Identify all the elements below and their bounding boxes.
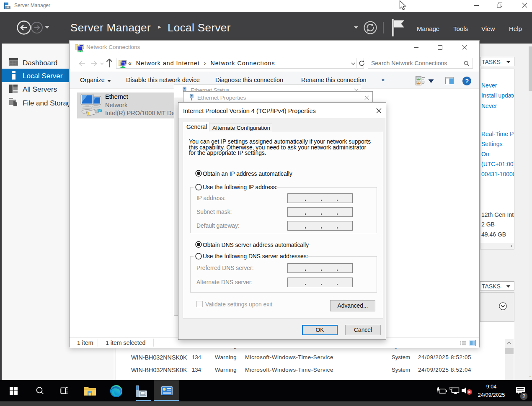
svg-text:2: 2: [522, 393, 525, 399]
